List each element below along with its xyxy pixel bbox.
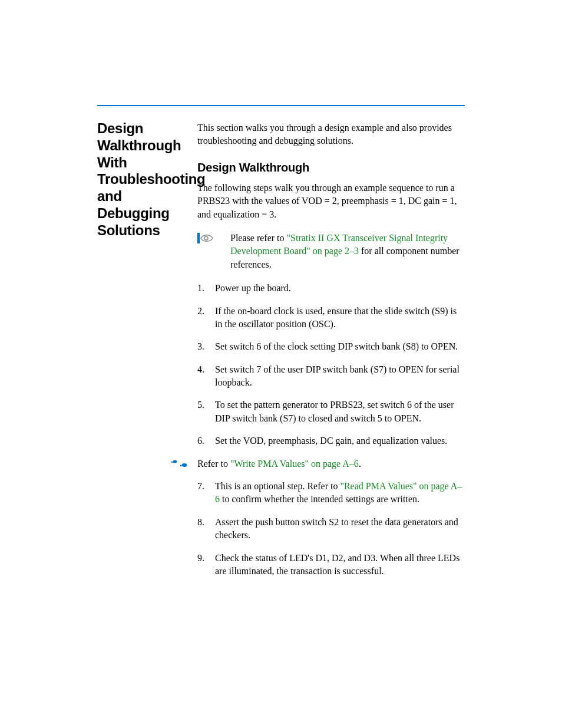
intro-paragraph: This section walks you through a design … bbox=[197, 121, 465, 148]
svg-point-2 bbox=[173, 460, 177, 463]
svg-point-3 bbox=[171, 461, 173, 462]
list-item: Set the VOD, preemphasis, DC gain, and e… bbox=[197, 434, 465, 447]
list-item: Check the status of LED's D1, D2, and D3… bbox=[197, 552, 465, 578]
note-pre: Please refer to bbox=[230, 233, 287, 243]
refer-link[interactable]: "Write PMA Values" on page A–6 bbox=[230, 459, 359, 469]
refer-post: . bbox=[359, 459, 361, 469]
list-item: Set switch 6 of the clock setting DIP sw… bbox=[197, 340, 465, 353]
footsteps-icon bbox=[162, 457, 197, 469]
reference-body: Refer to "Write PMA Values" on page A–6. bbox=[197, 457, 465, 470]
refer-pre: Refer to bbox=[197, 459, 230, 469]
list-item: Power up the board. bbox=[197, 282, 465, 295]
list-item: If the on-board clock is used, ensure th… bbox=[197, 305, 465, 331]
step-text: Power up the board. bbox=[215, 282, 465, 295]
list-item: Set switch 7 of the user DIP switch bank… bbox=[197, 363, 465, 390]
list-item: To set the pattern generator to PRBS23, … bbox=[197, 398, 465, 425]
steps-list-b: This is an optional step. Refer to "Read… bbox=[197, 480, 465, 578]
step-text: This is an optional step. Refer to "Read… bbox=[215, 480, 465, 506]
step7-pre: This is an optional step. Refer to bbox=[215, 481, 340, 491]
step-text: If the on-board clock is used, ensure th… bbox=[215, 305, 465, 331]
step-text: Set switch 7 of the user DIP switch bank… bbox=[215, 363, 465, 390]
step-text: Set switch 6 of the clock setting DIP sw… bbox=[215, 340, 465, 353]
step-text: To set the pattern generator to PRBS23, … bbox=[215, 398, 465, 425]
steps-list-a: Power up the board. If the on-board cloc… bbox=[197, 282, 465, 448]
list-item: Assert the push button switch S2 to rese… bbox=[197, 516, 465, 542]
list-item: This is an optional step. Refer to "Read… bbox=[197, 480, 465, 506]
step-text: Set the VOD, preemphasis, DC gain, and e… bbox=[215, 434, 465, 447]
svg-point-1 bbox=[204, 236, 208, 240]
main-content: This section walks you through a design … bbox=[197, 121, 465, 587]
note-body: Please refer to "Stratix II GX Transceiv… bbox=[230, 232, 465, 271]
step7-post: to confirm whether the intended settings… bbox=[220, 494, 419, 504]
svg-point-4 bbox=[182, 463, 187, 467]
section-title: Design Walkthrough bbox=[197, 161, 465, 174]
section-lead: The following steps walk you through an … bbox=[197, 182, 465, 221]
page: Design Walkthrough With Troubleshooting … bbox=[0, 0, 562, 728]
note-row: Please refer to "Stratix II GX Transceiv… bbox=[197, 232, 465, 271]
hand-note-icon bbox=[197, 232, 230, 243]
step-text: Assert the push button switch S2 to rese… bbox=[215, 516, 465, 542]
svg-point-5 bbox=[180, 465, 182, 466]
svg-rect-0 bbox=[197, 233, 200, 243]
step-text: Check the status of LED's D1, D2, and D3… bbox=[215, 552, 465, 578]
sidebar-heading: Design Walkthrough With Troubleshooting … bbox=[97, 120, 189, 239]
reference-row: Refer to "Write PMA Values" on page A–6. bbox=[162, 457, 465, 470]
top-rule bbox=[97, 105, 465, 106]
